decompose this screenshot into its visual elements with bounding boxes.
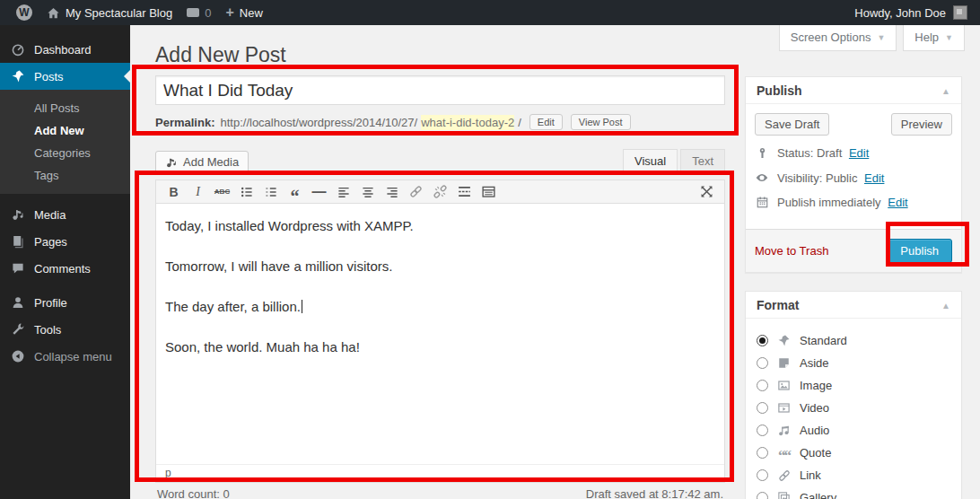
sidebar-item-collapse-menu[interactable]: Collapse menu bbox=[0, 343, 130, 370]
new-content-menu[interactable]: + New bbox=[218, 0, 269, 25]
radio-gallery[interactable] bbox=[757, 492, 768, 499]
post-title-input[interactable] bbox=[155, 75, 725, 105]
tab-visual[interactable]: Visual bbox=[623, 149, 678, 173]
strikethrough-icon[interactable]: ABC bbox=[210, 182, 234, 202]
wordpress-logo-icon: W bbox=[16, 4, 32, 21]
publishing-actions: Move to Trash Publish bbox=[746, 229, 961, 272]
pages-icon bbox=[10, 234, 26, 249]
permalink-row: Permalink: http://localhost/wordpress/20… bbox=[155, 112, 725, 132]
toolbar-toggle-icon[interactable] bbox=[477, 182, 501, 202]
screen-options-button[interactable]: Screen Options ▼ bbox=[779, 25, 897, 51]
toggle-up-icon[interactable]: ▲ bbox=[941, 301, 950, 311]
bold-icon[interactable]: B bbox=[162, 182, 186, 202]
aside-icon bbox=[776, 356, 792, 370]
permalink-trailing-slash: / bbox=[518, 116, 521, 129]
format-box-title: Format bbox=[757, 298, 799, 312]
align-left-icon[interactable] bbox=[331, 182, 355, 202]
format-label: Standard bbox=[800, 334, 847, 347]
radio-aside[interactable] bbox=[757, 357, 768, 369]
editor-content[interactable]: Today, I installed Wordpress with XAMPP.… bbox=[156, 204, 724, 464]
sidebar-item-pages[interactable]: Pages bbox=[0, 228, 130, 255]
word-count: Word count: 0 bbox=[157, 487, 230, 499]
format-option-gallery[interactable]: Gallery bbox=[757, 486, 950, 499]
avatar bbox=[953, 5, 967, 20]
radio-standard[interactable] bbox=[757, 335, 768, 346]
publish-button[interactable]: Publish bbox=[887, 239, 952, 263]
save-draft-button[interactable]: Save Draft bbox=[755, 113, 829, 136]
submenu-item-add-new[interactable]: Add New bbox=[0, 119, 130, 142]
help-button[interactable]: Help ▼ bbox=[903, 25, 965, 51]
numbered-list-icon[interactable] bbox=[258, 182, 283, 202]
wordpress-logo-menu[interactable]: W bbox=[9, 0, 39, 25]
schedule-label: Publish immediately bbox=[777, 196, 881, 209]
radio-audio[interactable] bbox=[757, 425, 768, 436]
editor-mode-tabs: Visual Text bbox=[623, 149, 725, 173]
visibility-value: Public bbox=[826, 171, 857, 185]
format-label: Quote bbox=[800, 446, 831, 460]
pushpin-icon bbox=[10, 69, 26, 83]
submenu-item-all-posts[interactable]: All Posts bbox=[0, 97, 130, 119]
sidebar-item-tools[interactable]: Tools bbox=[0, 316, 130, 343]
publish-box: Publish ▲ Save Draft Preview Status: Dra… bbox=[745, 76, 962, 273]
format-option-standard[interactable]: Standard bbox=[757, 329, 950, 352]
radio-image[interactable] bbox=[757, 380, 768, 391]
format-option-aside[interactable]: Aside bbox=[757, 352, 950, 374]
preview-button[interactable]: Preview bbox=[891, 113, 952, 136]
audio-icon bbox=[776, 424, 792, 437]
blockquote-icon[interactable]: “ bbox=[283, 182, 307, 202]
comments-icon bbox=[10, 261, 26, 276]
quote-icon: ““ bbox=[776, 446, 792, 460]
tab-text[interactable]: Text bbox=[680, 149, 725, 173]
permalink-edit-button[interactable]: Edit bbox=[529, 114, 563, 130]
edit-schedule-link[interactable]: Edit bbox=[888, 196, 907, 209]
account-menu[interactable]: Howdy, John Doe bbox=[854, 5, 971, 20]
sidebar-label: Profile bbox=[34, 296, 67, 310]
align-center-icon[interactable] bbox=[355, 182, 380, 202]
new-label: New bbox=[240, 6, 263, 20]
sidebar-item-posts[interactable]: Posts bbox=[0, 63, 130, 90]
chevron-down-icon: ▼ bbox=[945, 33, 953, 42]
permalink-slug: what-i-did-today-2 bbox=[421, 115, 514, 130]
sidebar-item-media[interactable]: Media bbox=[0, 201, 130, 228]
sidebar-item-profile[interactable]: Profile bbox=[0, 289, 130, 316]
submenu-item-categories[interactable]: Categories bbox=[0, 142, 130, 164]
bullet-list-icon[interactable] bbox=[234, 182, 258, 202]
text-cursor bbox=[302, 300, 302, 313]
permalink-base: http://localhost/wordpress/2014/10/27/ bbox=[220, 116, 417, 129]
radio-quote[interactable] bbox=[757, 447, 768, 459]
edit-visibility-link[interactable]: Edit bbox=[864, 171, 884, 185]
italic-icon[interactable]: I bbox=[186, 182, 210, 202]
link-icon[interactable] bbox=[404, 182, 428, 202]
sidebar-label: Tools bbox=[34, 323, 61, 337]
sidebar-item-dashboard[interactable]: Dashboard bbox=[0, 36, 130, 63]
publish-box-header[interactable]: Publish ▲ bbox=[746, 77, 961, 104]
radio-video[interactable] bbox=[757, 402, 768, 414]
format-option-image[interactable]: Image bbox=[757, 374, 950, 397]
dashboard-icon bbox=[10, 42, 26, 57]
format-option-video[interactable]: Video bbox=[757, 397, 950, 419]
howdy-label: Howdy, John Doe bbox=[854, 6, 946, 20]
comments-admin-link[interactable]: 0 bbox=[179, 0, 218, 25]
unlink-icon[interactable] bbox=[428, 182, 452, 202]
move-to-trash-link[interactable]: Move to Trash bbox=[755, 244, 828, 258]
format-box-header[interactable]: Format ▲ bbox=[746, 292, 961, 319]
view-post-button[interactable]: View Post bbox=[571, 114, 631, 130]
align-right-icon[interactable] bbox=[380, 182, 404, 202]
more-tag-icon[interactable] bbox=[452, 182, 477, 202]
add-media-button[interactable]: Add Media bbox=[155, 151, 249, 173]
format-option-audio[interactable]: Audio bbox=[757, 419, 950, 442]
edit-status-link[interactable]: Edit bbox=[849, 146, 869, 160]
fullscreen-icon[interactable] bbox=[695, 182, 719, 202]
sidebar-item-comments[interactable]: Comments bbox=[0, 255, 130, 282]
site-name-link[interactable]: My Spectacular Blog bbox=[39, 0, 179, 25]
status-label: Status: bbox=[777, 146, 813, 160]
schedule-row: Publish immediately Edit bbox=[755, 196, 952, 209]
format-option-quote[interactable]: ““ Quote bbox=[757, 442, 950, 464]
horizontal-rule-icon[interactable]: — bbox=[307, 182, 331, 202]
page-title: Add New Post bbox=[155, 43, 286, 67]
radio-link[interactable] bbox=[757, 469, 768, 481]
submenu-item-tags[interactable]: Tags bbox=[0, 164, 130, 187]
collapse-icon bbox=[10, 349, 26, 363]
toggle-up-icon[interactable]: ▲ bbox=[941, 86, 950, 96]
format-option-link[interactable]: Link bbox=[757, 464, 950, 486]
